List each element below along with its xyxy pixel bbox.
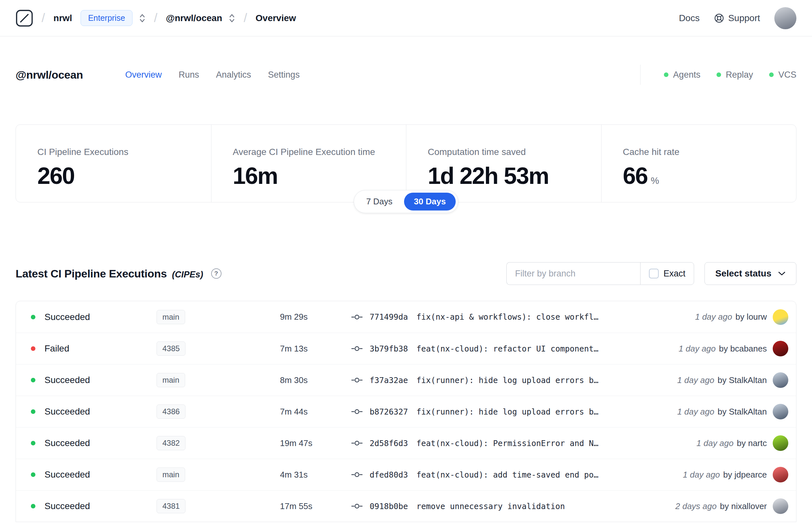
cipe-time: 1 day ago — [696, 438, 733, 448]
select-status-button[interactable]: Select status — [704, 262, 796, 285]
metric-label: Computation time saved — [428, 147, 601, 157]
exact-label: Exact — [663, 269, 686, 279]
commit-text: b8726327fix(runner): hide log upload err… — [370, 407, 677, 417]
metric-value: 16m — [233, 162, 406, 189]
indicator-agents[interactable]: Agents — [664, 70, 700, 80]
branch-badge[interactable]: 4386 — [156, 404, 185, 419]
breadcrumb-workspace[interactable]: @nrwl/ocean — [166, 13, 223, 24]
chevron-down-icon — [778, 271, 786, 276]
tab-analytics[interactable]: Analytics — [216, 70, 251, 80]
commit-message: feat(nx-cloud): refactor UI component… — [416, 344, 599, 354]
tab-settings[interactable]: Settings — [268, 70, 300, 80]
author-avatar — [773, 372, 788, 388]
cipe-duration: 7m 44s — [280, 407, 351, 417]
branch-badge[interactable]: 4381 — [156, 499, 185, 513]
cipe-duration: 8m 30s — [280, 375, 351, 385]
cipe-status: Succeeded — [45, 312, 156, 322]
commit-message: fix(runner): hide log upload errors b… — [416, 376, 599, 385]
select-status-label: Select status — [715, 268, 771, 279]
range-7days-button[interactable]: 7 Days — [356, 193, 402, 211]
metric-number: 66 — [623, 162, 648, 189]
cipe-meta: 1 day ago by lourw — [695, 309, 788, 325]
commit-hash[interactable]: dfed80d3 — [370, 470, 408, 480]
cipe-time: 1 day ago — [683, 470, 720, 480]
org-switcher-icon[interactable] — [139, 13, 145, 24]
enterprise-badge: Enterprise — [80, 10, 133, 26]
commit-icon — [351, 377, 363, 384]
commit-icon — [351, 471, 363, 478]
cipe-time: 1 day ago — [695, 312, 732, 322]
cipe-author: by StalkAltan — [718, 407, 767, 417]
tab-runs[interactable]: Runs — [179, 70, 199, 80]
branch-badge[interactable]: main — [156, 373, 185, 387]
commit-message: fix(nx-api & workflows): close workfl… — [416, 312, 599, 321]
green-dot-icon — [664, 73, 669, 77]
author-avatar — [773, 435, 788, 451]
app-logo-icon[interactable] — [16, 10, 33, 27]
table-row[interactable]: Succeeded main 9m 29s 771499dafix(nx-api… — [16, 301, 796, 333]
cipe-duration: 4m 31s — [280, 470, 351, 480]
status-dot-icon — [31, 378, 35, 382]
commit-hash[interactable]: 2d58f6d3 — [370, 439, 408, 448]
exact-checkbox[interactable] — [649, 269, 659, 279]
cipe-duration: 7m 13s — [280, 344, 351, 354]
indicator-label: Agents — [673, 70, 700, 80]
breadcrumb-org[interactable]: nrwl — [53, 13, 73, 24]
workspace-switcher-icon[interactable] — [229, 13, 235, 24]
branch-badge[interactable]: 4385 — [156, 342, 185, 356]
cipe-status: Succeeded — [45, 375, 156, 385]
breadcrumb-separator: / — [42, 11, 45, 25]
workspace-header: @nrwl/ocean Overview Runs Analytics Sett… — [0, 65, 812, 85]
commit-text: f37a32aefix(runner): hide log upload err… — [370, 376, 677, 385]
docs-link[interactable]: Docs — [679, 13, 700, 24]
table-row[interactable]: Succeeded 4381 17m 55s 0918b0beremove un… — [16, 490, 796, 522]
commit-hash[interactable]: 771499da — [370, 312, 408, 321]
branch-filter-group: Exact — [506, 262, 694, 285]
table-row[interactable]: Succeeded 4386 7m 44s b8726327fix(runner… — [16, 396, 796, 427]
author-avatar — [773, 309, 788, 325]
author-avatar — [773, 404, 788, 419]
branch-badge[interactable]: 4382 — [156, 436, 185, 450]
commit-hash[interactable]: f37a32ae — [370, 376, 408, 385]
cipe-status: Succeeded — [45, 406, 156, 417]
commit-hash[interactable]: b8726327 — [370, 407, 408, 417]
tab-overview[interactable]: Overview — [125, 70, 162, 80]
range-30days-button[interactable]: 30 Days — [404, 193, 455, 211]
topbar: / nrwl Enterprise / @nrwl/ocean / Overvi… — [0, 0, 812, 36]
user-avatar[interactable] — [774, 7, 796, 29]
cipe-author: by nartc — [737, 438, 767, 448]
help-icon[interactable]: ? — [211, 268, 221, 279]
commit-message: feat(nx-cloud): add time-saved end po… — [416, 470, 599, 480]
cipe-filters: Exact Select status — [506, 262, 796, 285]
branch-badge[interactable]: main — [156, 467, 185, 482]
table-row[interactable]: Succeeded main 8m 30s f37a32aefix(runner… — [16, 364, 796, 396]
cipe-status: Failed — [45, 343, 156, 354]
commit-hash[interactable]: 3b79fb38 — [370, 344, 408, 354]
breadcrumb-separator: / — [244, 11, 247, 25]
status-dot-icon — [31, 409, 35, 414]
workspace-tabs: Overview Runs Analytics Settings — [125, 70, 300, 80]
indicator-label: Replay — [725, 70, 753, 80]
table-row[interactable]: Failed 4385 7m 13s 3b79fb38feat(nx-cloud… — [16, 333, 796, 364]
cipe-meta: 1 day ago by StalkAltan — [677, 404, 788, 419]
metric-value: 1d 22h 53m — [428, 162, 601, 189]
table-row[interactable]: Succeeded main 4m 31s dfed80d3feat(nx-cl… — [16, 459, 796, 490]
table-row[interactable]: Succeeded 4382 19m 47s 2d58f6d3feat(nx-c… — [16, 427, 796, 459]
section-title: Latest CI Pipeline Executions — [16, 267, 167, 280]
status-indicators: Agents Replay VCS — [640, 65, 796, 85]
support-link[interactable]: Support — [714, 13, 760, 24]
commit-text: 2d58f6d3feat(nx-cloud): PermissionError … — [370, 439, 696, 448]
branch-filter-input[interactable] — [506, 262, 640, 285]
indicator-vcs[interactable]: VCS — [769, 70, 796, 80]
commit-message: fix(runner): hide log upload errors b… — [416, 407, 599, 417]
topbar-actions: Docs Support — [679, 7, 796, 29]
commit-hash[interactable]: 0918b0be — [370, 501, 408, 511]
branch-badge[interactable]: main — [156, 310, 185, 324]
indicator-replay[interactable]: Replay — [717, 70, 753, 80]
indicator-label: VCS — [778, 70, 796, 80]
author-avatar — [773, 341, 788, 356]
breadcrumb: / nrwl Enterprise / @nrwl/ocean / Overvi… — [16, 10, 296, 27]
divider — [640, 65, 641, 85]
green-dot-icon — [717, 73, 721, 77]
commit-message: remove unnecessary invalidation — [416, 501, 565, 511]
